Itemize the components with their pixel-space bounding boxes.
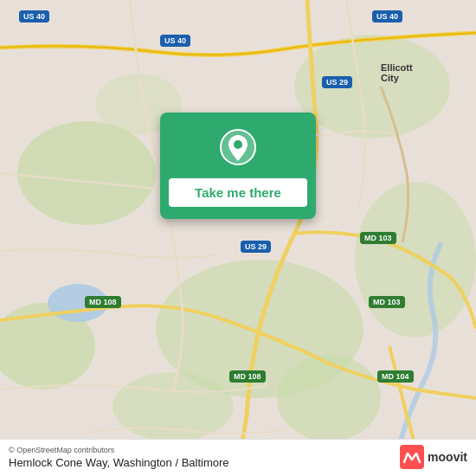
road-label-md108-l: MD 108 xyxy=(85,296,121,308)
road-label-md104: MD 104 xyxy=(377,370,414,383)
svg-rect-12 xyxy=(400,445,424,469)
road-label-us40-m: US 40 xyxy=(160,35,190,47)
moovit-text: moovit xyxy=(428,450,467,464)
svg-point-3 xyxy=(355,182,476,338)
location-pin-icon xyxy=(219,128,257,166)
road-label-us40-tr: US 40 xyxy=(372,10,402,23)
bottom-left: © OpenStreetMap contributors Hemlock Con… xyxy=(9,446,229,469)
road-label-md103-r2: MD 103 xyxy=(369,296,405,308)
road-label-md108-b: MD 108 xyxy=(229,370,266,383)
svg-point-11 xyxy=(234,140,242,149)
map-container: US 40 US 40 US 40 US 29 US 29 MD 103 MD … xyxy=(0,0,476,476)
city-label-ellicott: EllicottCity xyxy=(381,62,413,83)
road-label-us29-top: US 29 xyxy=(322,76,352,88)
location-name: Hemlock Cone Way, Washington / Baltimore xyxy=(9,456,229,469)
road-label-us29-mid: US 29 xyxy=(241,241,271,253)
moovit-icon xyxy=(400,445,424,469)
popup-card: Take me there xyxy=(160,113,316,219)
moovit-logo: moovit xyxy=(400,445,467,469)
road-label-us40-tl: US 40 xyxy=(19,10,49,23)
bottom-bar: © OpenStreetMap contributors Hemlock Con… xyxy=(0,439,476,476)
attribution-text: © OpenStreetMap contributors xyxy=(9,446,229,454)
road-label-md103-r1: MD 103 xyxy=(360,232,396,244)
svg-point-1 xyxy=(17,121,156,225)
svg-point-6 xyxy=(113,372,234,441)
take-me-there-button[interactable]: Take me there xyxy=(169,178,307,207)
